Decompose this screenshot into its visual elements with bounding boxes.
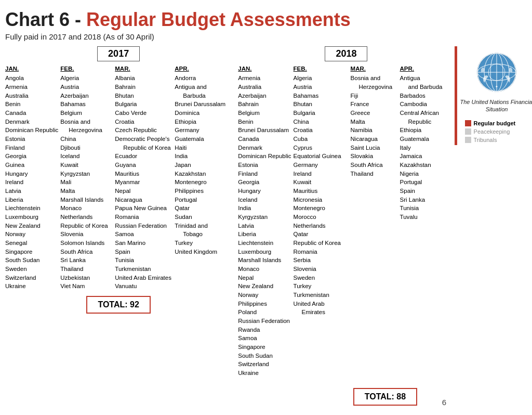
list-item: Algeria [294,74,349,83]
list-item: Tuvalu [400,213,453,222]
list-item: New Zealand [238,282,291,291]
list-item: Georgia [5,152,58,161]
list-item: Nicaragua [351,135,398,144]
list-item: Dominica [175,109,230,118]
list-item: Equatorial Guinea [294,152,349,161]
section-2018: 2018 JAN. Armenia Australia Azerbaijan B… [238,46,454,406]
list-item: Armenia [5,83,58,92]
col-2018-mar: MAR. Bosnia and Herzegovina Fiji France … [351,64,400,178]
title-main: Regular Budget Assessments [86,9,351,30]
list-item: India [238,204,291,213]
list-item: Solomon Islands [60,239,113,248]
list-item: Switzerland [238,360,291,369]
list-item: Serbia [294,256,349,265]
list-item: Kyrgyzstan [60,170,113,178]
list-item: South Sudan [5,256,58,265]
list-item: Antigua and [175,83,230,92]
list-item: Liberia [238,230,291,239]
list-item: Monaco [238,265,291,274]
list-item: Cambodia [400,100,453,109]
list-item: United Arab [294,300,349,308]
list-item: Montenegro [294,204,349,213]
legend-label-trib: Tribunals [474,137,497,143]
legend-regular-budget: Regular budget [465,120,532,126]
list-item: Bosnia and [351,74,398,83]
list-item: Greece [351,109,398,118]
title-row: Chart 6 - Regular Budget Assessments [5,9,527,30]
list-item: Kyrgyzstan [238,213,291,222]
list-item: Bahamas [294,92,349,100]
list-item: Mauritius [115,170,172,178]
list-item: Brunei Darussalam [238,126,291,135]
list-item: Czech Republic [115,126,172,135]
list-item: Philippines [175,187,230,196]
list-item: China [294,118,349,126]
list-item: Mauritius [294,187,349,196]
col-2018-mar-header: MAR. [351,64,398,73]
list-item: Poland [238,308,291,317]
list-item: Estonia [5,135,58,144]
list-item: Barbuda [175,92,230,100]
legend-box-pk [465,128,471,135]
legend-tribunals: Tribunals [465,137,532,143]
list-item: Iceland [60,152,113,161]
list-item: Algeria [60,74,113,83]
list-item: Spain [115,248,172,256]
list-item: Kuwait [60,161,113,170]
list-item: Singapore [238,343,291,352]
list-item: Kazakhstan [175,170,230,178]
list-item: Finland [5,144,58,152]
list-item: Ecuador [115,152,172,161]
list-item: Thailand [351,170,398,178]
un-caption: The United Nations Financial Situation [459,98,532,113]
col-2017-apr-header: APR. [175,64,230,73]
list-item: Montenegro [175,178,230,187]
columns-2018: JAN. Armenia Australia Azerbaijan Bahrai… [238,64,454,378]
list-item: Nigeria [400,170,453,178]
list-item: Liechtenstein [5,204,58,213]
list-item: Canada [5,109,58,118]
list-item: Turkey [175,239,230,248]
list-item: Turkey [294,282,349,291]
list-item: Ireland [294,170,349,178]
list-item: Uzbekistan [60,274,113,282]
col-2018-apr-header: APR. [400,64,453,73]
list-item: Sri Lanka [400,196,453,204]
list-item: Estonia [238,161,291,170]
year-2017-header: 2017 [97,46,140,61]
list-item: Cyprus [294,144,349,152]
list-item: Bosnia and [60,118,113,126]
list-item: Ukraine [238,369,291,378]
list-item: France [351,100,398,109]
list-item: Marshall Islands [60,196,113,204]
col-2017-mar-header: MAR. [115,64,172,73]
list-item: Sudan [175,213,230,222]
page: Chart 6 - Regular Budget Assessments Ful… [0,0,532,415]
list-item: Croatia [294,126,349,135]
list-item: Saint Lucia [351,144,398,152]
list-item: Emirates [294,308,349,317]
list-item: Slovakia [351,152,398,161]
total-2018: TOTAL: 88 [353,388,417,406]
list-item: Bulgaria [115,100,172,109]
list-item: South Sudan [238,352,291,360]
col-2017-mar: MAR. Albania Bahrain Bhutan Bulgaria Cab… [115,64,175,291]
list-item: China [60,135,113,144]
list-item: Nepal [115,187,172,196]
list-item: Sri Lanka [60,256,113,265]
list-item: Croatia [115,118,172,126]
list-item: Australia [238,83,291,92]
section-2017: 2017 JAN. Angola Armenia Australia Benin… [5,46,232,314]
list-item: Herzegovina [351,83,398,92]
list-item: Bahrain [115,83,172,92]
right-panel: ✦ The United Nations Financial Situation… [455,46,532,146]
list-item: Viet Nam [60,282,113,291]
list-item: Italy [400,144,453,152]
list-item: Bhutan [115,92,172,100]
list-item: South Africa [60,248,113,256]
list-item: Qatar [294,230,349,239]
list-item: Thailand [60,265,113,274]
list-item: Canada [238,135,291,144]
col-2017-jan: JAN. Angola Armenia Australia Benin Cana… [5,64,60,291]
list-item: Tunisia [400,204,453,213]
